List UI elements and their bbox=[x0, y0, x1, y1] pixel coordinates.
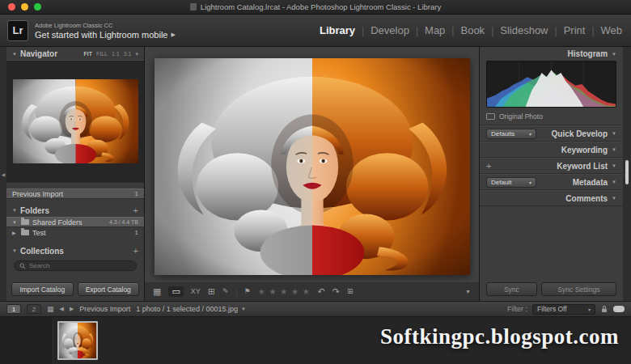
disclosure-triangle-icon: ▼ bbox=[12, 52, 17, 57]
navigator-header[interactable]: ▼ Navigator FIT FILL 1:1 3:1 ▾ bbox=[6, 47, 144, 60]
add-keyword-button[interactable]: + bbox=[486, 161, 491, 171]
filmstrip-photo-info[interactable]: 1 photo / 1 selected / 00015.jpg ▼ bbox=[136, 305, 246, 313]
previous-photo-button[interactable]: ◀ bbox=[60, 306, 64, 312]
filmstrip-status-bar: 1 2 ▦ ◀ ▶ Previous Import 1 photo / 1 se… bbox=[0, 301, 631, 317]
disclosure-triangle-icon: ▼ bbox=[612, 52, 616, 57]
module-slideshow[interactable]: Slideshow bbox=[500, 24, 548, 36]
disclosure-triangle-icon: ▼ bbox=[612, 131, 616, 136]
next-photo-button[interactable]: ▶ bbox=[70, 306, 74, 312]
zoom-3-1-button[interactable]: 3:1 bbox=[124, 51, 132, 57]
navigator-preview[interactable] bbox=[6, 60, 144, 183]
toolbar-options-caret-icon[interactable]: ▼ bbox=[465, 289, 471, 294]
zoom-fill-button[interactable]: FILL bbox=[96, 51, 108, 57]
identity-line2[interactable]: Get started with Lightroom mobile bbox=[35, 30, 167, 40]
folder-icon bbox=[21, 230, 29, 235]
survey-view-icon[interactable]: ⊞ bbox=[208, 287, 215, 296]
folders-header[interactable]: ▼ Folders + bbox=[6, 203, 144, 217]
module-separator: | bbox=[591, 25, 594, 36]
rating-stars[interactable]: ★ ★ ★ ★ ★ bbox=[258, 287, 311, 296]
zoom-menu-caret-icon[interactable]: ▾ bbox=[135, 51, 138, 57]
app-header: Lr Adobe Lightroom Classic CC Get starte… bbox=[0, 15, 631, 47]
collapse-left-panel-strip[interactable]: ◀ bbox=[0, 47, 6, 301]
add-folder-button[interactable]: + bbox=[133, 205, 138, 215]
module-web[interactable]: Web bbox=[601, 24, 623, 36]
disclosure-triangle-icon: ▼ bbox=[12, 208, 17, 213]
import-catalog-button[interactable]: Import Catalog bbox=[11, 282, 74, 296]
grid-view-shortcut-icon[interactable]: ▦ bbox=[47, 305, 54, 313]
collapse-left-icon: ◀ bbox=[2, 171, 6, 177]
identity-line1: Adobe Lightroom Classic CC bbox=[35, 22, 176, 29]
module-print[interactable]: Print bbox=[564, 24, 586, 36]
zoom-1-1-button[interactable]: 1:1 bbox=[112, 51, 120, 57]
photo-badge-icon bbox=[486, 113, 495, 120]
collections-search-box[interactable] bbox=[14, 260, 137, 271]
compare-view-icon[interactable]: XY bbox=[191, 288, 201, 295]
minimize-window-button[interactable] bbox=[21, 3, 28, 11]
keywording-section[interactable]: Keywording ▼ bbox=[480, 142, 623, 158]
rotate-left-icon[interactable]: ↶ bbox=[318, 287, 325, 296]
rotate-right-icon[interactable]: ↷ bbox=[332, 287, 340, 296]
export-catalog-button[interactable]: Export Catalog bbox=[78, 282, 140, 296]
filter-dropdown[interactable]: Filters Off ▾ bbox=[532, 304, 595, 315]
identity-arrow-icon: ▶ bbox=[171, 32, 175, 38]
add-collection-button[interactable]: + bbox=[133, 246, 138, 256]
module-book[interactable]: Book bbox=[460, 24, 485, 36]
title-bar: Lightroom Catalog.lrcat - Adobe Photosho… bbox=[0, 0, 631, 15]
navigator-thumbnail-image bbox=[13, 79, 138, 163]
module-develop[interactable]: Develop bbox=[371, 24, 409, 36]
filter-toggle-switch[interactable] bbox=[613, 306, 625, 312]
filmstrip-thumbnail-image bbox=[59, 323, 96, 358]
left-panel: ▼ Navigator FIT FILL 1:1 3:1 ▾ Previous … bbox=[6, 47, 145, 301]
sync-button[interactable]: Sync bbox=[486, 282, 537, 296]
window-title: Lightroom Catalog.lrcat - Adobe Photosho… bbox=[201, 2, 441, 11]
comments-section[interactable]: Comments ▼ bbox=[480, 190, 623, 206]
zoom-fit-button[interactable]: FIT bbox=[84, 51, 93, 57]
filmstrip-source-label[interactable]: Previous Import bbox=[79, 305, 130, 313]
painter-tool-icon[interactable]: ✎ bbox=[222, 288, 229, 295]
quick-develop-preset-dropdown[interactable]: Defaults ▾ bbox=[486, 129, 536, 139]
main-window-button[interactable]: 1 bbox=[6, 304, 21, 314]
navigator-title: Navigator bbox=[20, 49, 57, 58]
quick-develop-title: Quick Develop bbox=[552, 129, 608, 138]
keyword-list-section[interactable]: + Keyword List ▼ bbox=[480, 158, 623, 174]
expander-open-icon[interactable]: ▼ bbox=[12, 220, 18, 225]
main-photo[interactable] bbox=[155, 58, 470, 275]
second-window-icon[interactable]: ⊞ bbox=[347, 288, 354, 295]
module-library[interactable]: Library bbox=[320, 24, 355, 36]
filter-lock-icon[interactable] bbox=[600, 305, 608, 313]
panel-scrollbar-thumb[interactable] bbox=[625, 160, 629, 184]
grid-view-icon[interactable]: ▦ bbox=[153, 287, 161, 296]
sync-settings-button[interactable]: Sync Settings bbox=[541, 282, 616, 296]
zoom-window-button[interactable] bbox=[34, 3, 41, 11]
histogram-image bbox=[487, 61, 616, 107]
collections-search-input[interactable] bbox=[29, 262, 131, 269]
module-picker: Library | Develop | Map | Book | Slidesh… bbox=[320, 24, 624, 36]
metadata-preset-dropdown[interactable]: Default ▾ bbox=[486, 177, 536, 188]
histogram-display[interactable] bbox=[486, 61, 616, 108]
previous-import-count: 1 bbox=[135, 190, 138, 197]
collapse-right-panel-strip[interactable]: ▶ bbox=[623, 47, 631, 301]
previous-import-row[interactable]: Previous Import 1 bbox=[6, 188, 144, 199]
quick-develop-section[interactable]: Defaults ▾ Quick Develop ▼ bbox=[480, 125, 623, 142]
module-separator: | bbox=[491, 25, 493, 36]
close-window-button[interactable] bbox=[8, 3, 15, 11]
metadata-section[interactable]: Default ▾ Metadata ▼ bbox=[480, 174, 623, 190]
loupe-view-icon[interactable]: ▭ bbox=[168, 286, 183, 297]
library-toolbar: ▦ ▭ XY ⊞ ✎ ⚑ ★ ★ ★ ★ ★ ↶ ↷ ⊞ ▼ bbox=[145, 281, 479, 301]
expander-closed-icon[interactable]: ▶ bbox=[12, 230, 18, 235]
toolbar-divider bbox=[236, 287, 237, 297]
module-map[interactable]: Map bbox=[425, 24, 445, 36]
histogram-header[interactable]: Histogram ▼ bbox=[480, 47, 623, 60]
photo-info-caret-icon: ▼ bbox=[241, 307, 246, 311]
folder-row-shared-folders[interactable]: ▼ Shared Folders 4.3 / 4.4 TB bbox=[6, 217, 144, 227]
filmstrip: Softkingpc.blogspot.com bbox=[0, 317, 631, 364]
filmstrip-left-well bbox=[0, 317, 53, 364]
flag-pick-icon[interactable]: ⚑ bbox=[244, 288, 251, 295]
comments-title: Comments bbox=[565, 194, 608, 203]
folder-row-test[interactable]: ▶ Test 1 bbox=[6, 227, 144, 238]
collections-title: Collections bbox=[20, 247, 64, 256]
collections-header[interactable]: ▼ Collections + bbox=[6, 243, 144, 257]
second-window-button[interactable]: 2 bbox=[27, 304, 41, 314]
filter-value: Filters Off bbox=[537, 305, 567, 313]
filmstrip-thumbnail-selected[interactable] bbox=[57, 321, 98, 360]
